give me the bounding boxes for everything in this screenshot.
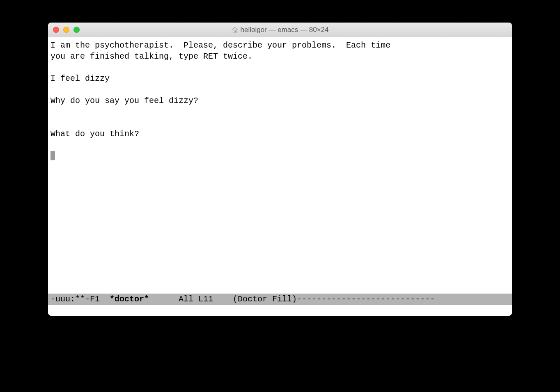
buffer-line: I am the psychotherapist. Please, descri… <box>50 41 390 50</box>
traffic-lights <box>53 27 80 33</box>
modeline-fill: ---------------------------- <box>297 294 435 304</box>
window-titlebar[interactable]: helloigor — emacs — 80×24 <box>48 23 512 37</box>
zoom-button[interactable] <box>73 27 80 33</box>
emacs-modeline: -uuu:**-F1 *doctor* All L11 (Doctor Fill… <box>48 294 512 305</box>
modeline-buffer-name: *doctor* <box>110 294 149 304</box>
buffer-line: What do you think? <box>50 129 139 139</box>
modeline-middle: All L11 (Doctor Fill) <box>149 294 297 304</box>
terminal-window: helloigor — emacs — 80×24 I am the psych… <box>48 23 512 316</box>
close-button[interactable] <box>53 27 59 33</box>
modeline-left: -uuu:**-F1 <box>50 294 110 304</box>
buffer-line: Why do you say you feel dizzy? <box>50 96 198 105</box>
window-title: helloigor — emacs — 80×24 <box>241 26 329 34</box>
home-icon <box>232 27 238 33</box>
buffer-line: you are finished talking, type RET twice… <box>50 52 252 61</box>
title-wrap: helloigor — emacs — 80×24 <box>48 26 512 34</box>
buffer-line: I feel dizzy <box>50 74 110 83</box>
emacs-buffer[interactable]: I am the psychotherapist. Please, descri… <box>48 37 512 294</box>
minimize-button[interactable] <box>63 27 69 33</box>
emacs-minibuffer[interactable] <box>48 305 512 316</box>
text-cursor <box>50 151 55 160</box>
